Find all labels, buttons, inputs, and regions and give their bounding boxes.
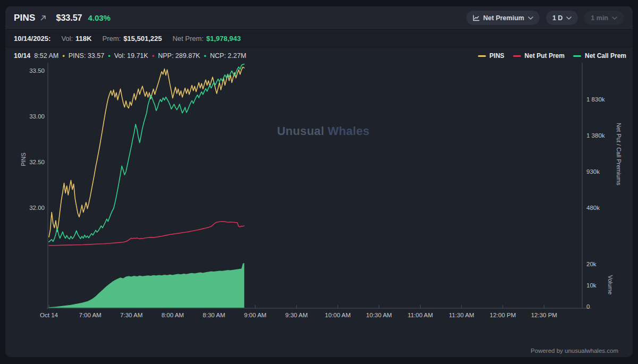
chart-legend: PINSNet Put PremNet Call Prem [478,52,626,60]
legend-item[interactable]: Net Put Prem [513,52,565,60]
stat-label: Prem: [102,35,121,43]
ticker-symbol[interactable]: PINS [14,13,35,23]
crosshair-info: 10/14 8:52 AM •PINS: 33.57•Vol: 19.71K•N… [14,52,246,60]
crosshair-values: •PINS: 33.57•Vol: 19.71K•NPP: 289.87K•NC… [62,52,246,60]
crosshair-segment: •PINS: 33.57 [62,52,104,60]
stat-label: Vol: [61,35,73,43]
stat-value: $1,978,943 [206,35,241,43]
ticker-header: PINS $33.57 4.03% [14,13,111,23]
crosshair-time: 8:52 AM [34,52,58,60]
chart-card: PINS $33.57 4.03% Net Premium 1 D [5,6,633,357]
stats-bar: 10/14/2025: Vol:118KPrem:$15,501,225Net … [5,30,633,47]
crosshair-value: NCP: 2.27M [210,52,246,60]
crosshair-segment: •NPP: 289.87K [152,52,200,60]
chevron-down-icon [612,16,617,20]
legend-swatch-icon [573,55,581,57]
chevron-down-icon [528,16,533,20]
stat-label: Net Prem: [172,35,204,43]
crosshair-value: PINS: 33.57 [69,52,104,60]
footer-credit: Powered by unusualwhales.com [531,348,618,354]
bullet-icon: • [62,53,65,60]
legend-item[interactable]: PINS [478,52,505,60]
bullet-icon: • [204,53,206,60]
stat-item: Prem:$15,501,225 [102,35,162,43]
legend-label: Net Put Prem [525,52,565,60]
trend-up-icon [40,14,47,21]
stat-item: Net Prem:$1,978,943 [172,35,241,43]
line-chart-icon [473,15,480,21]
range-select-button[interactable]: 1 D [546,11,578,25]
stats-date: 10/14/2025: [14,35,51,43]
price-change-percent: 4.03% [88,13,111,22]
interval-select-label: 1 min [591,14,608,22]
chart-controls: Net Premium 1 D 1 min [466,11,624,25]
range-select-label: 1 D [552,14,563,22]
metric-select-button[interactable]: Net Premium [466,11,540,25]
watermark-word-1: Unusual [277,124,324,138]
legend-swatch-icon [478,55,486,57]
stat-value: $15,501,225 [123,35,162,43]
crosshair-value: NPP: 289.87K [158,52,200,60]
stat-value: 118K [75,35,91,43]
crosshair-segment: •NCP: 2.27M [204,52,246,60]
bullet-icon: • [152,53,155,60]
crosshair-value: Vol: 19.71K [114,52,148,60]
chevron-down-icon [566,16,572,20]
legend-label: Net Call Prem [585,52,626,60]
legend-label: PINS [490,52,505,60]
legend-swatch-icon [513,55,521,57]
stats-items: Vol:118KPrem:$15,501,225Net Prem:$1,978,… [61,35,241,43]
interval-select-button[interactable]: 1 min [584,11,624,25]
bullet-icon: • [108,53,111,60]
crosshair-segment: •Vol: 19.71K [108,52,148,60]
current-price: $33.57 [56,13,82,23]
metric-select-label: Net Premium [483,14,524,22]
stat-item: Vol:118K [61,35,91,43]
watermark-word-2: Whales [328,124,370,138]
watermark: Unusual Whales [277,124,370,138]
legend-item[interactable]: Net Call Prem [573,52,626,60]
crosshair-date: 10/14 [14,52,30,60]
header-bar: PINS $33.57 4.03% Net Premium 1 D [5,6,633,30]
